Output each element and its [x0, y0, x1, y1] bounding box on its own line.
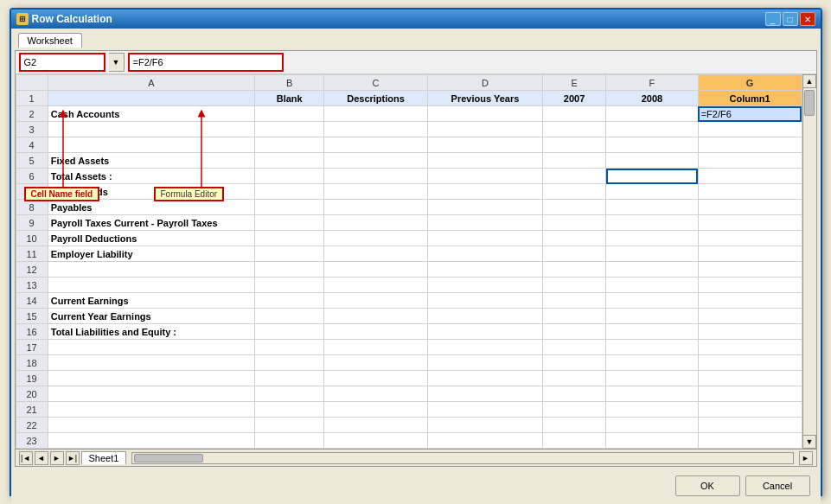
- cell-D14[interactable]: [427, 293, 542, 309]
- cell-G8[interactable]: [698, 200, 802, 215]
- cell-A8[interactable]: Payables: [48, 200, 255, 215]
- cell-G1[interactable]: Column1: [698, 91, 802, 106]
- cell-E5[interactable]: [542, 153, 605, 169]
- cell-C8[interactable]: [324, 200, 428, 215]
- cell-F1[interactable]: 2008: [606, 91, 698, 106]
- cell-E21[interactable]: [542, 402, 605, 418]
- cell-A16[interactable]: Total Liabilities and Equity :: [48, 324, 255, 340]
- cell-G5[interactable]: [698, 153, 802, 169]
- cell-B9[interactable]: [255, 215, 324, 231]
- cell-A20[interactable]: [48, 386, 255, 402]
- cell-B3[interactable]: [255, 122, 324, 137]
- cell-B17[interactable]: [255, 340, 324, 355]
- cell-F13[interactable]: [606, 278, 698, 293]
- cell-C6[interactable]: [324, 169, 428, 184]
- cell-B7[interactable]: [255, 184, 324, 200]
- cell-G16[interactable]: [698, 324, 802, 340]
- cell-C1[interactable]: Descriptions: [324, 91, 428, 106]
- cell-C19[interactable]: [324, 371, 428, 386]
- cell-B6[interactable]: [255, 169, 324, 184]
- cell-A19[interactable]: [48, 371, 255, 386]
- cell-G2[interactable]: =F2/F6: [698, 106, 802, 122]
- cell-B13[interactable]: [255, 278, 324, 293]
- cell-B12[interactable]: [255, 262, 324, 278]
- cell-A9[interactable]: Payroll Taxes Current - Payroll Taxes: [48, 215, 255, 231]
- cell-C20[interactable]: [324, 386, 428, 402]
- cell-B4[interactable]: [255, 137, 324, 153]
- cell-A3[interactable]: [48, 122, 255, 137]
- cell-G20[interactable]: [698, 386, 802, 402]
- cell-D22[interactable]: [427, 418, 542, 433]
- cell-A2[interactable]: Cash Accounts: [48, 106, 255, 122]
- cell-F15[interactable]: [606, 309, 698, 324]
- cell-F2[interactable]: [606, 106, 698, 122]
- cell-F6[interactable]: [606, 169, 698, 184]
- cell-B1[interactable]: Blank: [255, 91, 324, 106]
- cell-F23[interactable]: [606, 433, 698, 449]
- cell-F21[interactable]: [606, 402, 698, 418]
- cell-D23[interactable]: [427, 433, 542, 449]
- cell-D19[interactable]: [427, 371, 542, 386]
- cell-B23[interactable]: [255, 433, 324, 449]
- ok-button[interactable]: OK: [675, 475, 740, 496]
- cell-A5[interactable]: Fixed Assets: [48, 153, 255, 169]
- cell-D4[interactable]: [427, 137, 542, 153]
- cell-E23[interactable]: [542, 433, 605, 449]
- cell-C13[interactable]: [324, 278, 428, 293]
- cell-G21[interactable]: [698, 402, 802, 418]
- cell-G17[interactable]: [698, 340, 802, 355]
- cell-B18[interactable]: [255, 355, 324, 371]
- cell-F12[interactable]: [606, 262, 698, 278]
- cell-E11[interactable]: [542, 246, 605, 262]
- cell-F4[interactable]: [606, 137, 698, 153]
- cell-E15[interactable]: [542, 309, 605, 324]
- cell-F18[interactable]: [606, 355, 698, 371]
- cell-B8[interactable]: [255, 200, 324, 215]
- cell-D6[interactable]: [427, 169, 542, 184]
- cell-F20[interactable]: [606, 386, 698, 402]
- nav-first-button[interactable]: |◄: [19, 451, 33, 465]
- cell-E18[interactable]: [542, 355, 605, 371]
- vertical-scrollbar[interactable]: ▲ ▼: [802, 74, 816, 449]
- cell-D3[interactable]: [427, 122, 542, 137]
- cell-A1[interactable]: [48, 91, 255, 106]
- scroll-down-button[interactable]: ▼: [802, 435, 816, 449]
- cell-E8[interactable]: [542, 200, 605, 215]
- cell-A13[interactable]: [48, 278, 255, 293]
- cell-F3[interactable]: [606, 122, 698, 137]
- cell-F10[interactable]: [606, 231, 698, 246]
- cell-F11[interactable]: [606, 246, 698, 262]
- cell-B14[interactable]: [255, 293, 324, 309]
- cell-F19[interactable]: [606, 371, 698, 386]
- cell-C2[interactable]: [324, 106, 428, 122]
- cell-D17[interactable]: [427, 340, 542, 355]
- cell-C21[interactable]: [324, 402, 428, 418]
- cell-E16[interactable]: [542, 324, 605, 340]
- col-header-D[interactable]: D: [427, 75, 542, 91]
- cell-C11[interactable]: [324, 246, 428, 262]
- cell-B19[interactable]: [255, 371, 324, 386]
- cell-D21[interactable]: [427, 402, 542, 418]
- close-button[interactable]: ✕: [800, 12, 815, 26]
- cell-C15[interactable]: [324, 309, 428, 324]
- cell-G7[interactable]: [698, 184, 802, 200]
- nav-last-button[interactable]: ►|: [66, 451, 80, 465]
- cell-D16[interactable]: [427, 324, 542, 340]
- cell-E4[interactable]: [542, 137, 605, 153]
- cell-A4[interactable]: [48, 137, 255, 153]
- cell-D10[interactable]: [427, 231, 542, 246]
- cell-name-field[interactable]: G2: [19, 53, 105, 72]
- cell-G13[interactable]: [698, 278, 802, 293]
- cell-A23[interactable]: [48, 433, 255, 449]
- cell-C12[interactable]: [324, 262, 428, 278]
- cell-G22[interactable]: [698, 418, 802, 433]
- cell-A11[interactable]: Employer Liability: [48, 246, 255, 262]
- cell-G15[interactable]: [698, 309, 802, 324]
- cell-G10[interactable]: [698, 231, 802, 246]
- cell-C18[interactable]: [324, 355, 428, 371]
- cell-A12[interactable]: [48, 262, 255, 278]
- maximize-button[interactable]: □: [783, 12, 798, 26]
- nav-prev-button[interactable]: ◄: [35, 451, 48, 465]
- cell-D9[interactable]: [427, 215, 542, 231]
- col-header-C[interactable]: C: [324, 75, 428, 91]
